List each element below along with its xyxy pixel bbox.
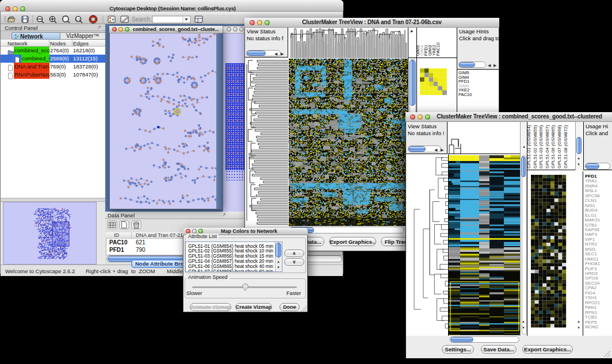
- svg-text:1:1: 1:1: [76, 18, 81, 21]
- svg-text:Search:: Search:: [132, 16, 151, 22]
